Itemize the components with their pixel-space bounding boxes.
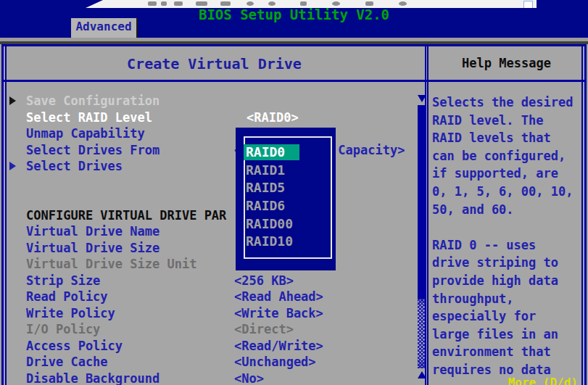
toolbar-icon[interactable] (148, 1, 157, 6)
main-frame: Create Virtual Drive Help Message Save C… (1, 44, 587, 385)
panel-title-row: Create Virtual Drive Help Message (4, 46, 584, 82)
page-title: Create Virtual Drive (4, 55, 425, 73)
toolbar-icon[interactable] (365, 1, 373, 6)
toolbar-icon[interactable] (300, 1, 307, 6)
list-item-strip-size[interactable]: Strip Size <256 KB> (7, 273, 425, 289)
help-panel-title: Help Message (428, 56, 584, 70)
raid-level-dropdown: RAID0 RAID1 RAID5 RAID6 RAID00 RAID10 (236, 128, 336, 270)
submenu-arrow-icon (9, 96, 16, 105)
help-message-text: Selects the desired RAID level. The RAID… (432, 94, 581, 379)
inner-border-right (581, 46, 583, 385)
dropdown-option-raid6[interactable]: RAID6 (246, 198, 330, 216)
toolbar-icon[interactable] (247, 1, 254, 6)
toolbar-icon[interactable] (332, 1, 340, 6)
submenu-arrow-icon (9, 162, 16, 170)
toolbar-checkbox-icon[interactable] (523, 1, 533, 9)
help-more-indicator: More (D/d) (508, 376, 578, 385)
panel-divider (425, 46, 428, 385)
scrollbar-thumb[interactable] (418, 105, 425, 299)
bios-screen: BIOS Setup Utility V2.0 Advanced Create … (0, 0, 588, 385)
scroll-up-arrow-icon[interactable] (418, 371, 425, 378)
scroll-down-arrow-icon[interactable] (418, 95, 425, 102)
dropdown-option-raid10[interactable]: RAID10 (246, 233, 330, 252)
dropdown-option-raid5[interactable]: RAID5 (246, 180, 330, 198)
dropdown-option-raid00[interactable]: RAID00 (246, 216, 330, 234)
toolbar-icon[interactable] (268, 1, 276, 6)
list-item-read-policy[interactable]: Read Policy <Read Ahead> (7, 289, 425, 305)
settings-list: Save Configuration Select RAID Level <RA… (7, 82, 425, 385)
help-panel: Selects the desired RAID level. The RAID… (430, 82, 581, 385)
list-item-select-drives-from[interactable]: Select Drives From <Unconfigured Capacit… (7, 143, 425, 159)
list-item-virtual-drive-name[interactable]: Virtual Drive Name (7, 224, 425, 240)
list-item-save-configuration[interactable]: Save Configuration (7, 94, 425, 109)
list-item-drive-cache[interactable]: Drive Cache <Unchanged> (7, 355, 425, 370)
dropdown-option-raid0[interactable]: RAID0 (246, 144, 330, 162)
list-item-io-policy: I/O Policy <Direct> (7, 322, 425, 338)
tab-advanced[interactable]: Advanced (71, 18, 138, 38)
kvm-console-toolbar (86, 0, 537, 8)
toolbar-icon[interactable] (196, 1, 207, 6)
toolbar-icon[interactable] (220, 1, 231, 6)
list-item-virtual-drive-size[interactable]: Virtual Drive Size (7, 241, 425, 257)
dropdown-option-raid1[interactable]: RAID1 (246, 162, 330, 181)
scrollbar-track[interactable] (418, 299, 425, 368)
list-item-access-policy[interactable]: Access Policy <Read/Write> (7, 339, 425, 355)
toolbar-icon[interactable] (399, 1, 407, 6)
list-item-virtual-drive-size-unit: Virtual Drive Size Unit (7, 257, 425, 273)
list-item-select-raid-level[interactable]: Select RAID Level <RAID0> (7, 110, 425, 126)
toolbar-icon[interactable] (161, 1, 167, 6)
list-item-unmap-capability[interactable]: Unmap Capability (7, 126, 425, 142)
list-item-write-policy[interactable]: Write Policy <Write Back> (7, 306, 425, 322)
list-item-disable-background[interactable]: Disable Background <No> (7, 371, 425, 385)
toolbar-icon[interactable] (174, 1, 183, 6)
section-header-configure-vd: CONFIGURE VIRTUAL DRIVE PAR (7, 208, 425, 224)
list-item-select-drives[interactable]: Select Drives (7, 159, 425, 175)
